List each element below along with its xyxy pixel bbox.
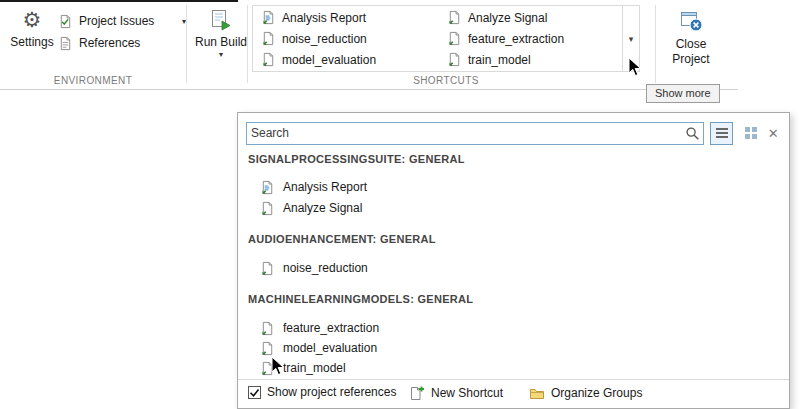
shortcut-label: noise_reduction xyxy=(282,32,367,46)
shortcut-icon xyxy=(447,10,462,25)
show-project-references-label: Show project references xyxy=(267,385,396,399)
popup-item-label: feature_extraction xyxy=(283,321,379,335)
settings-button[interactable]: ⚙ Settings xyxy=(8,8,56,49)
checked-document-icon xyxy=(58,14,73,29)
popup-footer: Show project references New Shortcut Org… xyxy=(238,379,789,408)
shortcut-icon xyxy=(260,261,275,276)
popup-item-noise-reduction[interactable]: noise_reduction xyxy=(260,258,368,278)
new-shortcut-icon xyxy=(409,385,425,401)
shortcuts-group-label: SHORTCUTS xyxy=(252,75,640,86)
references-button[interactable]: References xyxy=(58,32,186,54)
report-shortcut-icon xyxy=(261,10,276,25)
shortcut-train-model[interactable]: train_model xyxy=(439,49,622,70)
popup-item-label: Analyze Signal xyxy=(283,201,362,215)
gear-icon: ⚙ xyxy=(23,8,42,32)
popup-item-label: Analysis Report xyxy=(283,180,367,194)
popup-item-feature-extraction[interactable]: feature_extraction xyxy=(260,318,379,338)
document-icon xyxy=(58,36,73,51)
chevron-down-icon: ▾ xyxy=(629,34,634,44)
chevron-down-icon[interactable]: ▾ xyxy=(219,50,223,59)
window-top-border xyxy=(0,0,238,2)
popup-item-label: model_evaluation xyxy=(283,341,377,355)
shortcut-analysis-report[interactable]: Analysis Report xyxy=(253,7,439,28)
popup-item-label: noise_reduction xyxy=(283,261,368,275)
list-view-button[interactable] xyxy=(710,122,734,145)
shortcut-icon xyxy=(261,31,276,46)
popup-item-analyze-signal[interactable]: Analyze Signal xyxy=(260,198,362,218)
organize-groups-label: Organize Groups xyxy=(551,386,642,400)
shortcut-icon xyxy=(261,52,276,67)
gallery-column-2: Analyze Signal feature_extraction train_… xyxy=(439,6,622,71)
shortcut-icon xyxy=(260,321,275,336)
project-issues-label: Project Issues xyxy=(79,14,154,28)
list-view-icon xyxy=(715,127,729,139)
project-issues-button[interactable]: Project Issues ▾ xyxy=(58,10,186,32)
section-header: AUDIOENHANCEMENT: GENERAL xyxy=(248,233,436,245)
environment-group-label: ENVIRONMENT xyxy=(0,75,186,86)
mouse-cursor xyxy=(628,57,643,78)
organize-groups-folder-icon xyxy=(529,385,545,401)
checkbox-checked-icon xyxy=(248,386,261,399)
shortcut-icon xyxy=(260,201,275,216)
section-header: MACHINELEARNINGMODELS: GENERAL xyxy=(248,293,473,305)
group-separator xyxy=(186,5,187,83)
gallery-column-1: Analysis Report noise_reduction model_ev… xyxy=(253,6,439,71)
search-icon xyxy=(685,126,700,141)
shortcuts-gallery: Analysis Report noise_reduction model_ev… xyxy=(252,5,640,72)
shortcut-model-evaluation[interactable]: model_evaluation xyxy=(253,49,439,70)
show-more-tooltip: Show more xyxy=(646,84,720,103)
close-project-button[interactable]: Close Project xyxy=(662,8,720,67)
popup-item-model-evaluation[interactable]: model_evaluation xyxy=(260,338,377,358)
references-label: References xyxy=(79,36,140,50)
shortcut-label: Analysis Report xyxy=(282,11,366,25)
shortcut-analyze-signal[interactable]: Analyze Signal xyxy=(439,7,622,28)
environment-items: Project Issues ▾ References xyxy=(58,10,186,54)
mouse-cursor xyxy=(271,356,286,377)
organize-groups-button[interactable]: Organize Groups xyxy=(529,385,642,401)
run-build-icon xyxy=(209,8,233,32)
run-build-label: Run Build xyxy=(195,35,247,49)
popup-item-analysis-report[interactable]: Analysis Report xyxy=(260,177,367,197)
popup-item-label: train_model xyxy=(283,361,346,375)
shortcut-label: train_model xyxy=(468,53,531,67)
shortcut-label: feature_extraction xyxy=(468,32,564,46)
popup-toolbar: ✕ xyxy=(246,121,783,145)
shortcuts-popup: ✕ SIGNALPROCESSINGSUITE: GENERAL Analysi… xyxy=(237,112,790,409)
shortcut-icon xyxy=(447,31,462,46)
group-separator xyxy=(655,5,656,83)
settings-label: Settings xyxy=(10,35,53,49)
search-input[interactable] xyxy=(246,122,704,145)
new-shortcut-button[interactable]: New Shortcut xyxy=(409,385,503,401)
shortcut-icon xyxy=(447,52,462,67)
section-header: SIGNALPROCESSINGSUITE: GENERAL xyxy=(248,153,465,165)
shortcut-noise-reduction[interactable]: noise_reduction xyxy=(253,28,439,49)
shortcut-label: model_evaluation xyxy=(282,53,376,67)
close-project-label: Close Project xyxy=(662,37,720,67)
shortcut-icon xyxy=(260,341,275,356)
close-project-icon xyxy=(678,8,704,34)
grid-view-icon xyxy=(744,126,758,140)
run-build-button[interactable]: Run Build ▾ xyxy=(194,8,248,59)
shortcut-feature-extraction[interactable]: feature_extraction xyxy=(439,28,622,49)
grid-view-button[interactable] xyxy=(739,122,763,145)
shortcut-label: Analyze Signal xyxy=(468,11,547,25)
new-shortcut-label: New Shortcut xyxy=(431,386,503,400)
report-shortcut-icon xyxy=(260,180,275,195)
popup-close-button[interactable]: ✕ xyxy=(763,126,783,141)
show-project-references-checkbox[interactable]: Show project references xyxy=(248,385,396,399)
search-box xyxy=(246,122,704,145)
